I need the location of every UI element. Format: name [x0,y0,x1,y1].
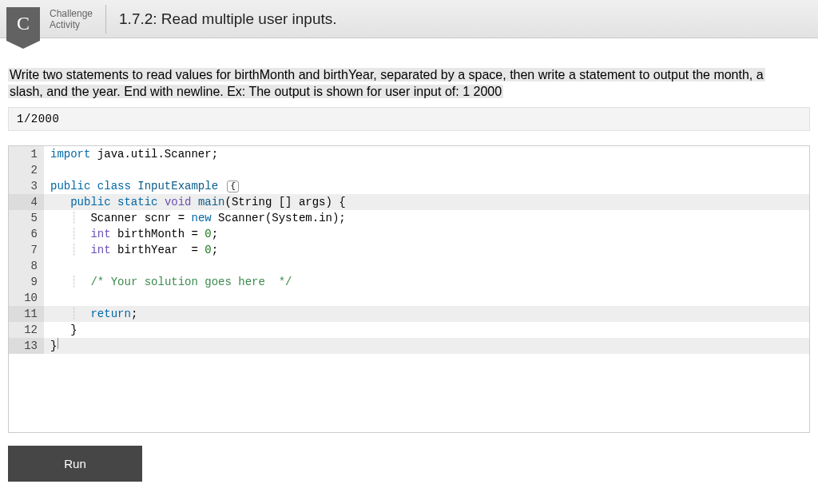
code-line[interactable] [44,162,809,178]
code-line[interactable]: import java.util.Scanner; [44,146,809,162]
line-number: 2 [9,162,44,178]
code-line[interactable]: ┊ int birthMonth = 0; [44,226,809,242]
line-number: 5 [9,210,44,226]
header-label-line1: Challenge [50,8,93,19]
line-number: 12 [9,322,44,338]
line-number: 8 [9,258,44,274]
code-line[interactable]: public static void main(String [] args) … [44,194,809,210]
line-number: 4 [9,194,44,210]
prompt-text: Write two statements to read values for … [8,67,810,101]
activity-title: 1.7.2: Read multiple user inputs. [106,10,337,28]
code-line[interactable]: ┊ int birthYear = 0; [44,242,809,258]
code-line[interactable] [44,258,809,274]
run-button[interactable]: Run [8,446,142,482]
line-number: 1 [9,146,44,162]
line-number: 3 [9,178,44,194]
code-line[interactable]: ┊ return; [44,306,809,322]
code-line[interactable] [44,290,809,306]
header-bar: C Challenge Activity 1.7.2: Read multipl… [0,0,818,38]
feedback-link[interactable]: Feedback? [0,491,818,504]
line-number: 11 [9,306,44,322]
challenge-badge-icon: C [6,7,40,41]
line-number: 9 [9,274,44,290]
header-type-label: Challenge Activity [40,5,106,34]
line-number: 13 [9,338,44,354]
sample-output-box: 1/2000 [8,107,810,131]
header-label-line2: Activity [50,19,93,30]
line-number: 7 [9,242,44,258]
code-editor[interactable]: 1import java.util.Scanner; 2 3public cla… [8,145,810,433]
code-line[interactable]: public class InputExample { [44,178,809,194]
content-area: Write two statements to read values for … [0,38,818,491]
code-line[interactable]: } [44,322,809,338]
fold-icon[interactable]: { [227,181,239,192]
code-line[interactable]: ┊ Scanner scnr = new Scanner(System.in); [44,210,809,226]
code-line[interactable]: ┊ /* Your solution goes here */ [44,274,809,290]
code-line[interactable]: } [44,338,809,354]
line-number: 6 [9,226,44,242]
line-number: 10 [9,290,44,306]
